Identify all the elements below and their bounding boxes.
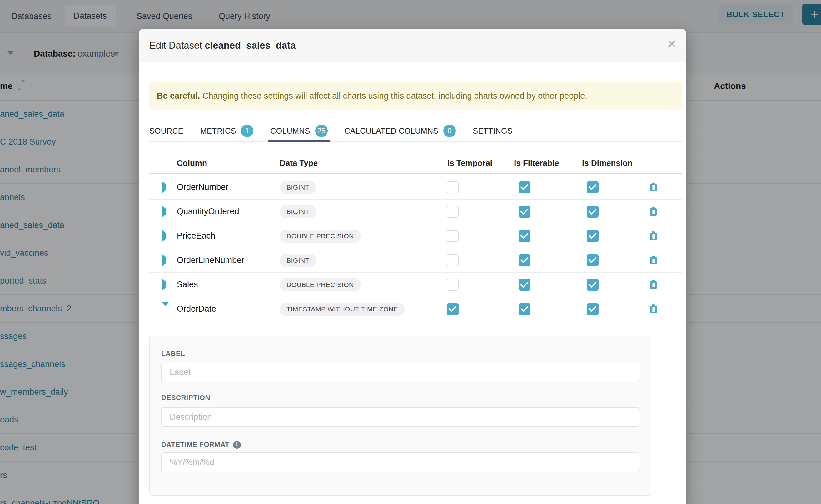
is-temporal-header: Is Temporal [434,158,501,168]
column-row-QuantityOrdered: QuantityOrderedBIGINT [149,200,682,224]
column-header: Column [168,158,274,168]
is-temporal-checkbox[interactable] [447,181,459,193]
is-dimension-checkbox[interactable] [587,206,599,218]
data-type-badge: TIMESTAMP WITHOUT TIME ZONE [279,303,405,316]
is-filterable-checkbox[interactable] [519,181,531,193]
column-name: QuantityOrdered [168,207,274,216]
is-dimension-checkbox[interactable] [587,303,599,315]
column-detail-panel: LABEL DESCRIPTION DATETIME FORMAT i [149,336,651,496]
column-row-OrderDate: OrderDateTIMESTAMP WITHOUT TIME ZONE [149,297,682,321]
trash-icon[interactable] [649,280,658,289]
data-type-badge: DOUBLE PRECISION [279,278,361,291]
column-name: OrderLineNumber [168,255,274,265]
modal-header: Edit Dataset cleaned_sales_data ✕ [139,29,686,62]
datetime-format-heading: DATETIME FORMAT i [161,441,241,449]
warning-bold-text: Be careful. [157,91,200,101]
is-temporal-cell [434,206,501,218]
is-dimension-cell [569,254,640,266]
trash-icon[interactable] [649,183,658,192]
column-name: OrderDate [168,304,274,314]
expand-caret-icon[interactable] [162,181,166,193]
trash-icon[interactable] [649,231,658,241]
close-icon[interactable]: ✕ [667,38,677,50]
expand-caret-icon[interactable] [162,205,166,218]
is-dimension-cell [569,206,640,218]
is-temporal-cell [434,181,501,193]
data-type-badge: BIGINT [279,205,316,218]
is-dimension-checkbox[interactable] [587,254,599,266]
metrics-count-badge: 1 [241,125,253,137]
is-temporal-checkbox[interactable] [447,279,459,291]
info-icon[interactable]: i [233,441,241,449]
warning-banner: Be careful. Changing these settings will… [149,82,682,110]
modal-tabs: SOURCE METRICS1 COLUMNS25 CALCULATED COL… [149,121,682,142]
description-input[interactable] [161,407,640,427]
data-type-badge: BIGINT [279,254,316,267]
description-heading: DESCRIPTION [161,394,210,402]
modal-title-prefix: Edit Dataset [149,40,202,51]
is-temporal-cell [434,230,501,242]
tab-settings[interactable]: SETTINGS [473,121,512,141]
is-filterable-cell [501,303,569,315]
is-filterable-cell [501,206,569,218]
column-row-OrderLineNumber: OrderLineNumberBIGINT [149,248,682,273]
is-filterable-checkbox[interactable] [519,230,531,242]
trash-icon[interactable] [649,207,658,216]
column-name: Sales [168,280,274,289]
column-name: OrderNumber [168,182,274,192]
expand-caret-icon[interactable] [162,230,166,242]
data-type-badge: DOUBLE PRECISION [279,230,361,243]
is-dimension-cell [569,230,640,242]
data-type-header: Data Type [274,158,434,168]
calculated-columns-count-badge: 0 [443,125,456,137]
is-filterable-checkbox[interactable] [519,303,531,315]
tab-metrics[interactable]: METRICS1 [200,121,254,141]
is-filterable-header: Is Filterable [501,158,569,168]
label-heading: LABEL [161,350,185,358]
is-temporal-cell [434,254,501,266]
is-filterable-cell [501,279,569,291]
is-temporal-checkbox[interactable] [447,230,459,242]
column-row-Sales: SalesDOUBLE PRECISION [149,273,682,297]
tab-columns[interactable]: COLUMNS25 [270,121,327,141]
is-filterable-cell [501,181,569,193]
is-dimension-cell [569,303,640,315]
warning-text: Changing these settings will affect all … [202,91,587,101]
is-dimension-checkbox[interactable] [587,230,599,242]
label-input[interactable] [161,363,640,382]
data-type-badge: BIGINT [279,181,316,194]
edit-dataset-modal: Edit Dataset cleaned_sales_data ✕ Be car… [139,29,686,504]
is-temporal-checkbox[interactable] [447,303,459,315]
is-temporal-checkbox[interactable] [447,206,459,218]
header-divider [149,173,682,174]
columns-table-body: OrderNumberBIGINTQuantityOrderedBIGINTPr… [149,175,682,321]
is-temporal-cell [434,279,501,291]
is-dimension-cell [569,181,640,193]
modal-title-dataset-name: cleaned_sales_data [205,40,296,51]
column-row-OrderNumber: OrderNumberBIGINT [149,175,682,200]
trash-icon[interactable] [649,256,658,265]
is-temporal-checkbox[interactable] [447,254,459,266]
is-filterable-checkbox[interactable] [519,206,531,218]
is-filterable-cell [501,254,569,266]
is-filterable-checkbox[interactable] [519,254,531,266]
collapse-caret-icon[interactable] [162,302,169,312]
is-filterable-checkbox[interactable] [519,279,531,291]
expand-caret-icon[interactable] [162,254,166,266]
is-dimension-cell [569,279,640,291]
tab-calculated-columns[interactable]: CALCULATED COLUMNS0 [344,121,456,141]
modal-title: Edit Dataset cleaned_sales_data [149,40,296,51]
is-filterable-cell [501,230,569,242]
tab-source[interactable]: SOURCE [149,121,183,141]
trash-icon[interactable] [649,304,658,314]
column-row-PriceEach: PriceEachDOUBLE PRECISION [149,224,682,248]
is-dimension-checkbox[interactable] [587,279,599,291]
is-dimension-header: Is Dimension [569,158,640,168]
is-dimension-checkbox[interactable] [587,181,599,193]
datetime-format-input[interactable] [161,452,640,472]
columns-count-badge: 25 [315,125,328,137]
columns-table-header: Column Data Type Is Temporal Is Filterab… [149,155,682,171]
expand-caret-icon[interactable] [162,279,166,291]
is-temporal-cell [434,303,501,315]
column-name: PriceEach [168,231,274,241]
